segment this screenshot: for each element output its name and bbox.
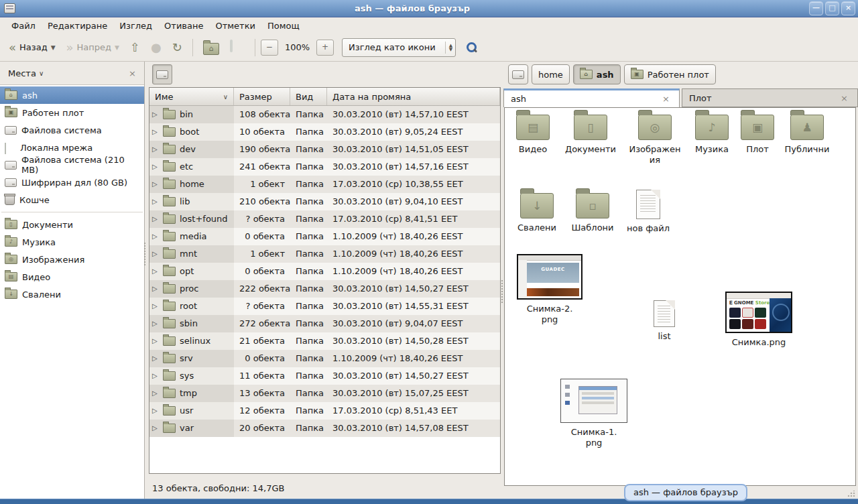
expander-icon[interactable]: ▷ (152, 228, 159, 245)
sidebar-close-icon[interactable]: × (126, 68, 139, 78)
list-item[interactable]: GUADEC Снимка-2. png (516, 254, 583, 325)
table-row[interactable]: ▷boot 10 обектаПапка30.03.2010 (вт) 9,05… (149, 123, 500, 141)
sidebar-item-encrypted-80gb[interactable]: Шифриран дял (80 GB) (0, 174, 144, 191)
table-row[interactable]: ▷var 20 обектаПапка30.03.2010 (вт) 14,57… (149, 420, 500, 437)
table-row[interactable]: ▷dev 190 обектаПапка30.03.2010 (вт) 14,5… (149, 141, 500, 158)
table-row[interactable]: ▷opt 0 обектаПапка1.10.2009 (чт) 18,40,2… (149, 263, 500, 280)
column-header-size[interactable]: Размер (234, 88, 290, 105)
expander-icon[interactable]: ▷ (152, 106, 159, 123)
column-header-name[interactable]: Име∨ (149, 88, 234, 105)
expander-icon[interactable]: ▷ (152, 420, 159, 437)
sidebar-item-video[interactable]: ▤ Видео (0, 268, 144, 286)
tab-ash[interactable]: ash × (503, 88, 680, 107)
menu-help[interactable]: Помощ (261, 19, 306, 33)
list-item[interactable]: нов файл (620, 190, 676, 234)
sidebar-item-filesystem-210mb[interactable]: Файлова система (210 MB) (0, 156, 144, 174)
minimize-button[interactable]: — (809, 1, 823, 15)
tab-close-icon[interactable]: × (660, 94, 672, 104)
search-icon[interactable] (465, 41, 479, 54)
zoom-in-button[interactable]: + (316, 40, 334, 56)
sidebar-mode-select[interactable]: Места (8, 68, 36, 78)
filesystem-root-button[interactable] (152, 64, 172, 84)
table-row[interactable]: ▷proc 222 обектаПапка30.03.2010 (вт) 14,… (149, 280, 500, 298)
table-row[interactable]: ▷tmp 13 обектаПапка30.03.2010 (вт) 15,07… (149, 385, 500, 402)
up-button[interactable]: ⇧ (125, 38, 145, 57)
list-item[interactable]: ◎ Изображен ия (625, 115, 684, 166)
list-item[interactable]: ↓ Свалени (509, 193, 565, 233)
table-row[interactable]: ▷sbin 272 обектаПапка30.03.2010 (вт) 9,0… (149, 315, 500, 332)
menu-bookmarks[interactable]: Отметки (209, 19, 261, 33)
back-button[interactable]: « Назад ▼ (4, 38, 60, 57)
menu-go[interactable]: Отиване (158, 19, 209, 33)
expander-icon[interactable]: ▷ (152, 402, 159, 420)
menu-view[interactable]: Изглед (113, 19, 158, 33)
expander-icon[interactable]: ▷ (152, 263, 159, 280)
titlebar[interactable]: ash — файлов браузър — □ × (0, 0, 858, 17)
column-header-type[interactable]: Вид (290, 88, 327, 105)
tab-plot[interactable]: Плот × (682, 88, 858, 107)
path-desktop-button[interactable]: ▣ Работен плот (624, 64, 716, 84)
resize-grip[interactable] (847, 491, 855, 497)
list-item[interactable]: ▣ Плот (735, 115, 780, 155)
table-row[interactable]: ▷mnt 1 обектПапка1.10.2009 (чт) 18,40,26… (149, 245, 500, 263)
expander-icon[interactable]: ▷ (152, 193, 159, 210)
path-home-button[interactable]: home (532, 64, 570, 84)
view-mode-select[interactable]: Изглед като икони ▲▼ (342, 38, 456, 57)
table-row[interactable]: ▷selinux 21 обектаПапка30.03.2010 (вт) 1… (149, 332, 500, 350)
list-item[interactable]: Снимка-1. png (560, 379, 627, 448)
table-row[interactable]: ▷srv 0 обектаПапка1.10.2009 (чт) 18,40,2… (149, 350, 500, 367)
stop-button[interactable]: ● (146, 38, 166, 57)
expander-icon[interactable]: ▷ (152, 123, 159, 141)
table-row[interactable]: ▷sys 11 обектаПапка30.03.2010 (вт) 14,50… (149, 367, 500, 385)
table-row[interactable]: ▷bin 108 обектаПапка30.03.2010 (вт) 14,5… (149, 106, 500, 123)
sidebar-item-documents[interactable]: ▯ Документи (0, 216, 144, 233)
expander-icon[interactable]: ▷ (152, 280, 159, 298)
list-item[interactable]: list (636, 300, 692, 342)
close-button[interactable]: × (841, 1, 855, 15)
list-item[interactable]: 𝐄 GNOME Store Снимка.png (724, 292, 794, 348)
computer-button[interactable] (225, 38, 249, 58)
list-item[interactable]: ♟ Публични (778, 115, 836, 155)
back-history-caret[interactable]: ▼ (51, 44, 56, 51)
table-row[interactable]: ▷lost+found ? обектаПапка17.03.2010 (ср)… (149, 210, 500, 228)
sidebar-item-ash[interactable]: ⌂ ash (0, 86, 144, 104)
table-row[interactable]: ▷lib 210 обектаПапка30.03.2010 (вт) 9,04… (149, 193, 500, 210)
expander-icon[interactable]: ▷ (152, 367, 159, 385)
sidebar-item-filesystem[interactable]: Файлова система (0, 121, 144, 139)
path-root-button[interactable] (508, 64, 528, 84)
expander-icon[interactable]: ▷ (152, 332, 159, 350)
sidebar-item-downloads[interactable]: ↓ Свалени (0, 286, 144, 303)
list-item[interactable]: ▫ Шаблони (564, 193, 621, 233)
sidebar-item-local-network[interactable]: Локална мрежа (0, 139, 144, 156)
path-ash-button[interactable]: ⌂ ash (573, 64, 621, 84)
maximize-button[interactable]: □ (825, 1, 839, 15)
forward-button[interactable]: » Напред ▼ (62, 38, 124, 57)
expander-icon[interactable]: ▷ (152, 350, 159, 367)
table-row[interactable]: ▷media 0 обектаПапка1.10.2009 (чт) 18,40… (149, 228, 500, 245)
table-row[interactable]: ▷usr 12 обектаПапка17.03.2010 (ср) 8,51,… (149, 402, 500, 420)
menu-file[interactable]: Файл (5, 19, 42, 33)
expander-icon[interactable]: ▷ (152, 158, 159, 176)
column-header-date[interactable]: Дата на промяна (327, 88, 500, 105)
list-item[interactable]: ▯ Документи (561, 115, 620, 155)
expander-icon[interactable]: ▷ (152, 245, 159, 263)
sidebar-item-images[interactable]: ◎ Изображения (0, 251, 144, 268)
expander-icon[interactable]: ▷ (152, 298, 159, 315)
list-item[interactable]: ♪ Музика (684, 115, 739, 155)
table-row[interactable]: ▷etc 241 обектаПапка30.03.2010 (вт) 14,5… (149, 158, 500, 176)
reload-button[interactable]: ↻ (168, 38, 187, 57)
tab-close-icon[interactable]: × (838, 93, 851, 103)
expander-icon[interactable]: ▷ (152, 385, 159, 402)
home-button[interactable]: ⌂ (198, 37, 224, 58)
zoom-out-button[interactable]: − (261, 40, 278, 56)
sidebar-item-trash[interactable]: Кошче (0, 191, 144, 208)
pane-resize-grip[interactable] (501, 280, 503, 303)
expander-icon[interactable]: ▷ (152, 210, 159, 228)
table-row[interactable]: ▷root ? обектаПапка30.03.2010 (вт) 14,55… (149, 298, 500, 315)
sidebar-item-music[interactable]: ♪ Музика (0, 233, 144, 251)
table-row[interactable]: ▷home 1 обектПапка17.03.2010 (ср) 10,38,… (149, 176, 500, 193)
expander-icon[interactable]: ▷ (152, 176, 159, 193)
menu-edit[interactable]: Редактиране (42, 19, 113, 33)
expander-icon[interactable]: ▷ (152, 141, 159, 158)
icon-view[interactable]: ▤ Видео ▯ Документи ◎ Изображен ия ♪ Муз… (504, 107, 856, 486)
